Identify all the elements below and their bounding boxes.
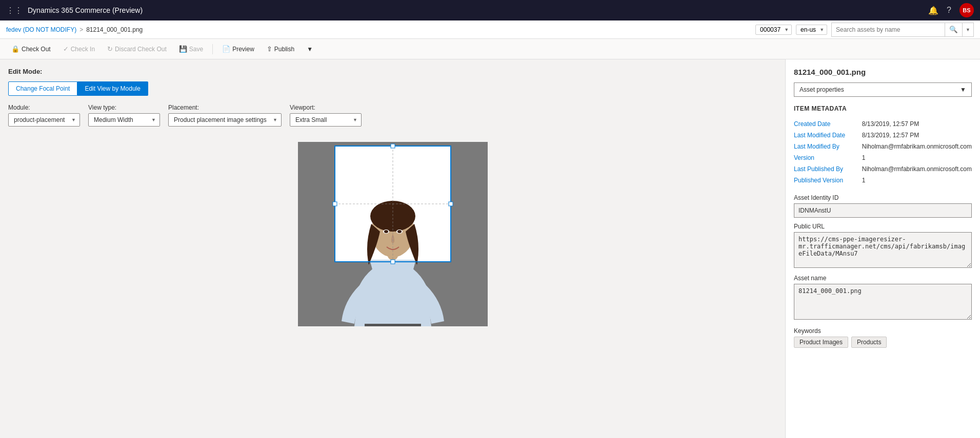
lock-icon: 🔒 (11, 45, 19, 53)
metadata-label: Created Date (794, 118, 862, 130)
edit-mode-label: Edit Mode: (8, 68, 777, 75)
viewtype-select[interactable]: Medium Width (88, 113, 160, 127)
breadcrumb-current: 81214_000_001.png (86, 26, 143, 33)
app-title: Dynamics 365 Commerce (Preview) (28, 6, 923, 14)
image-container (298, 142, 488, 326)
keyword-tag[interactable]: Products (851, 337, 887, 348)
toolbar: 🔒 Check Out ✓ Check In ↻ Discard Check O… (0, 39, 980, 59)
svg-rect-14 (391, 144, 395, 148)
save-label: Save (189, 46, 203, 53)
search-dropdown-button[interactable]: ▼ (962, 23, 973, 36)
preview-icon: 📄 (222, 45, 230, 53)
chevron-down-icon: ▼ (960, 86, 966, 93)
placement-select[interactable]: Product placement image settings (168, 113, 282, 127)
preview-button[interactable]: 📄 Preview (217, 43, 259, 55)
grid-icon[interactable]: ⋮⋮ (6, 6, 23, 15)
right-panel: 81214_000_001.png Asset properties ▼ ITE… (785, 59, 980, 438)
checkout-button[interactable]: 🔒 Check Out (6, 43, 56, 55)
upload-icon: ⇧ (267, 45, 272, 53)
keyword-tags: Product ImagesProducts (794, 337, 972, 348)
svg-rect-15 (391, 260, 395, 264)
search-input[interactable] (832, 26, 945, 33)
keyword-tag[interactable]: Product Images (794, 337, 848, 348)
svg-rect-10 (365, 324, 421, 326)
notification-icon[interactable]: 🔔 (928, 6, 938, 15)
breadcrumb-right: 000037 en-us 🔍 ▼ (755, 23, 974, 37)
tenant-select[interactable]: 000037 (755, 25, 792, 35)
save-icon: 💾 (179, 45, 187, 53)
placement-select-wrapper: Product placement image settings (168, 113, 282, 127)
save-button[interactable]: 💾 Save (174, 43, 208, 55)
check-icon: ✓ (63, 45, 69, 53)
discard-label: Discard Check Out (115, 46, 167, 53)
nav-icons-group: 🔔 ? BS (928, 3, 974, 17)
metadata-value: 1 (862, 175, 972, 186)
table-row: Last Published ByNiholman@rmfabrikam.onm… (794, 163, 972, 175)
tenant-select-wrapper: 000037 (755, 25, 792, 35)
content-area: Edit Mode: Change Focal Point Edit View … (0, 59, 785, 438)
viewtype-group: View type: Medium Width (88, 104, 160, 127)
svg-point-7 (384, 230, 388, 233)
viewtype-select-wrapper: Medium Width (88, 113, 160, 127)
edit-view-by-module-button[interactable]: Edit View by Module (77, 81, 148, 96)
discard-checkout-button[interactable]: ↻ Discard Check Out (102, 43, 172, 55)
viewport-select[interactable]: Extra Small (290, 113, 362, 127)
breadcrumb-parent[interactable]: fedev (DO NOT MODIFY) (6, 26, 76, 33)
viewport-select-wrapper: Extra Small (290, 113, 362, 127)
viewport-group: Viewport: Extra Small (290, 104, 362, 127)
checkout-label: Check Out (22, 46, 51, 53)
checkin-label: Check In (71, 46, 95, 53)
publish-button[interactable]: ⇧ Publish (262, 43, 299, 55)
publish-dropdown-button[interactable]: ▼ (302, 44, 318, 55)
asset-name-label: Asset name (794, 275, 972, 282)
toolbar-divider-1 (212, 44, 213, 54)
table-row: Version1 (794, 152, 972, 163)
checkin-button[interactable]: ✓ Check In (58, 43, 100, 55)
asset-name-textarea[interactable] (794, 284, 972, 320)
viewtype-label: View type: (88, 104, 160, 111)
metadata-value: Niholman@rmfabrikam.onmicrosoft.com (862, 163, 972, 175)
breadcrumb-bar: fedev (DO NOT MODIFY) > 81214_000_001.pn… (0, 20, 980, 39)
locale-select[interactable]: en-us (796, 25, 827, 35)
metadata-label: Last Modified Date (794, 130, 862, 141)
metadata-label: Last Published By (794, 163, 862, 175)
metadata-section-title: ITEM METADATA (794, 105, 972, 112)
search-bar: 🔍 ▼ (831, 23, 974, 37)
table-row: Created Date8/13/2019, 12:57 PM (794, 118, 972, 130)
undo-icon: ↻ (107, 45, 113, 53)
asset-properties-dropdown[interactable]: Asset properties ▼ (794, 82, 972, 97)
breadcrumb-separator: > (79, 26, 83, 33)
main-layout: Edit Mode: Change Focal Point Edit View … (0, 59, 980, 438)
metadata-value: 8/13/2019, 12:57 PM (862, 130, 972, 141)
public-url-textarea[interactable] (794, 232, 972, 268)
edit-mode-buttons: Change Focal Point Edit View by Module (8, 81, 777, 96)
viewport-label: Viewport: (290, 104, 362, 111)
avatar[interactable]: BS (959, 3, 974, 17)
metadata-value: 8/13/2019, 12:57 PM (862, 118, 972, 130)
module-label: Module: (8, 104, 80, 111)
top-navigation: ⋮⋮ Dynamics 365 Commerce (Preview) 🔔 ? B… (0, 0, 980, 20)
metadata-label: Version (794, 152, 862, 163)
table-row: Published Version1 (794, 175, 972, 186)
module-select-wrapper: product-placement (8, 113, 80, 127)
metadata-value: Niholman@rmfabrikam.onmicrosoft.com (862, 141, 972, 152)
module-select[interactable]: product-placement (8, 113, 80, 127)
change-focal-point-button[interactable]: Change Focal Point (8, 81, 77, 96)
help-icon[interactable]: ? (947, 6, 951, 15)
table-row: Last Modified Date8/13/2019, 12:57 PM (794, 130, 972, 141)
placement-label: Placement: (168, 104, 282, 111)
search-button[interactable]: 🔍 (945, 23, 962, 36)
asset-panel-title: 81214_000_001.png (794, 68, 972, 76)
keywords-section: Keywords Product ImagesProducts (794, 327, 972, 348)
module-group: Module: product-placement (8, 104, 80, 127)
asset-props-label: Asset properties (799, 86, 844, 93)
table-row: Last Modified ByNiholman@rmfabrikam.onmi… (794, 141, 972, 152)
placement-group: Placement: Product placement image setti… (168, 104, 282, 127)
person-image (298, 142, 488, 326)
public-url-label: Public URL (794, 223, 972, 230)
identity-id-input[interactable] (794, 203, 972, 218)
metadata-table: Created Date8/13/2019, 12:57 PMLast Modi… (794, 118, 972, 186)
metadata-value: 1 (862, 152, 972, 163)
dropdowns-row: Module: product-placement View type: Med… (8, 104, 777, 127)
metadata-label: Published Version (794, 175, 862, 186)
